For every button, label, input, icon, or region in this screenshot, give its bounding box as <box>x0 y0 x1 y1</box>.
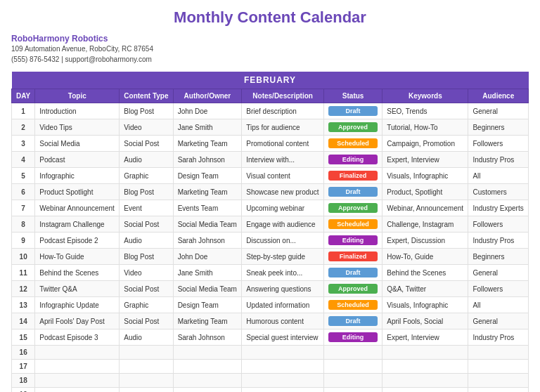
cell-status: Scheduled <box>324 136 382 152</box>
cell-day: 9 <box>12 233 35 249</box>
cell-keywords: Visuals, Infographic <box>382 168 468 184</box>
cell-keywords: Challenge, Instagram <box>382 216 468 233</box>
cell-audience <box>468 388 529 393</box>
status-badge: Draft <box>328 187 378 197</box>
cell-topic: Product Spotlight <box>35 184 120 200</box>
cell-keywords: Behind the Scenes <box>382 265 468 281</box>
cell-keywords <box>382 388 468 393</box>
cell-keywords: Campaign, Promotion <box>382 136 468 152</box>
cell-notes: Promotional content <box>242 136 324 152</box>
cell-day: 15 <box>12 329 35 346</box>
cell-status: Scheduled <box>324 216 382 233</box>
cell-type: Blog Post <box>120 103 173 119</box>
cell-day: 11 <box>12 265 35 281</box>
cell-author: Design Team <box>173 297 242 313</box>
status-badge: Approved <box>328 203 378 213</box>
cell-type: Audio <box>120 233 173 249</box>
cell-author <box>173 374 242 388</box>
cell-topic: Social Media <box>35 136 120 152</box>
cell-notes <box>242 374 324 388</box>
cell-status: Editing <box>324 152 382 168</box>
cell-status: Scheduled <box>324 297 382 313</box>
cell-topic <box>35 346 120 360</box>
col-topic: Topic <box>35 89 120 103</box>
company-contact: (555) 876-5432 | support@roboharmony.com <box>11 54 529 65</box>
cell-status <box>324 360 382 374</box>
cell-status: Approved <box>324 281 382 297</box>
cell-type: Graphic <box>120 168 173 184</box>
content-calendar-table: FEBRUARY DAY Topic Content Type Author/O… <box>11 72 529 392</box>
cell-notes: Updated information <box>242 297 324 313</box>
cell-notes: Upcoming webinar <box>242 200 324 216</box>
cell-type: Video <box>120 119 173 136</box>
cell-day: 19 <box>12 388 35 393</box>
cell-topic: Twitter Q&A <box>35 281 120 297</box>
cell-notes <box>242 388 324 393</box>
cell-author: Sarah Johnson <box>173 329 242 346</box>
cell-notes: Discussion on... <box>242 233 324 249</box>
cell-type: Social Post <box>120 216 173 233</box>
cell-topic: Podcast Episode 2 <box>35 233 120 249</box>
cell-keywords: Webinar, Announcement <box>382 200 468 216</box>
table-row: 3Social MediaSocial PostMarketing TeamPr… <box>12 136 529 152</box>
cell-notes: Interview with... <box>242 152 324 168</box>
month-header: FEBRUARY <box>12 72 529 89</box>
cell-notes: Step-by-step guide <box>242 249 324 265</box>
cell-type <box>120 388 173 393</box>
cell-day: 5 <box>12 168 35 184</box>
cell-status: Draft <box>324 184 382 200</box>
table-row: 7Webinar AnnouncementEventEvents TeamUpc… <box>12 200 529 216</box>
cell-status: Approved <box>324 200 382 216</box>
cell-status: Editing <box>324 233 382 249</box>
cell-keywords: How-To, Guide <box>382 249 468 265</box>
cell-day: 7 <box>12 200 35 216</box>
table-row: 16 <box>12 346 529 360</box>
cell-keywords: Expert, Interview <box>382 152 468 168</box>
company-name: RoboHarmony Robotics <box>11 34 529 44</box>
cell-topic: Video Tips <box>35 119 120 136</box>
table-row: 8Instagram ChallengeSocial PostSocial Me… <box>12 216 529 233</box>
col-audience: Audience <box>468 89 529 103</box>
cell-audience: All <box>468 297 529 313</box>
cell-topic <box>35 374 120 388</box>
status-badge: Scheduled <box>328 219 378 229</box>
cell-day: 4 <box>12 152 35 168</box>
cell-keywords: Expert, Discussion <box>382 233 468 249</box>
cell-keywords: Tutorial, How-To <box>382 119 468 136</box>
cell-type <box>120 360 173 374</box>
cell-type: Blog Post <box>120 249 173 265</box>
cell-audience: Industry Pros <box>468 329 529 346</box>
cell-topic <box>35 360 120 374</box>
table-row: 13Infographic UpdateGraphicDesign TeamUp… <box>12 297 529 313</box>
cell-type: Event <box>120 200 173 216</box>
cell-author: Marketing Team <box>173 184 242 200</box>
cell-audience: Beginners <box>468 249 529 265</box>
table-row: 1IntroductionBlog PostJohn DoeBrief desc… <box>12 103 529 119</box>
table-row: 14April Fools' Day PostSocial PostMarket… <box>12 313 529 329</box>
cell-type: Social Post <box>120 281 173 297</box>
cell-topic: How-To Guide <box>35 249 120 265</box>
cell-keywords: SEO, Trends <box>382 103 468 119</box>
status-badge: Scheduled <box>328 300 378 310</box>
page-title: Monthly Content Calendar <box>11 8 529 27</box>
cell-author: Sarah Johnson <box>173 152 242 168</box>
cell-type: Blog Post <box>120 184 173 200</box>
cell-status: Editing <box>324 329 382 346</box>
table-row: 12Twitter Q&ASocial PostSocial Media Tea… <box>12 281 529 297</box>
status-badge: Editing <box>328 332 378 342</box>
cell-day: 13 <box>12 297 35 313</box>
cell-type: Social Post <box>120 136 173 152</box>
cell-status: Finalized <box>324 168 382 184</box>
cell-topic: Webinar Announcement <box>35 200 120 216</box>
cell-author: John Doe <box>173 103 242 119</box>
cell-keywords: Product, Spotlight <box>382 184 468 200</box>
cell-keywords: Visuals, Infographic <box>382 297 468 313</box>
cell-author <box>173 346 242 360</box>
status-badge: Scheduled <box>328 138 378 148</box>
cell-notes: Brief description <box>242 103 324 119</box>
cell-author <box>173 388 242 393</box>
cell-notes: Sneak peek into... <box>242 265 324 281</box>
cell-type: Graphic <box>120 297 173 313</box>
status-badge: Draft <box>328 316 378 326</box>
cell-topic: Podcast Episode 3 <box>35 329 120 346</box>
